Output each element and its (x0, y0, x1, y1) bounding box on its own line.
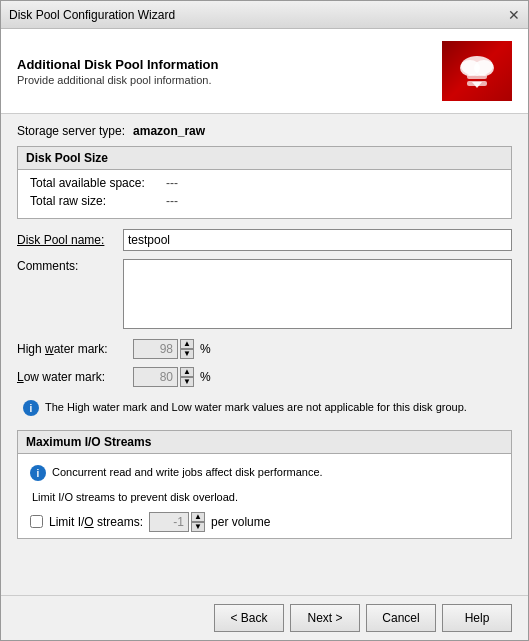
high-water-mark-up[interactable]: ▲ (180, 339, 194, 349)
header-subtitle: Provide additional disk pool information… (17, 74, 219, 86)
info-icon-watermark: i (23, 400, 39, 416)
back-button[interactable]: < Back (214, 604, 284, 632)
help-button[interactable]: Help (442, 604, 512, 632)
high-water-mark-buttons: ▲ ▼ (180, 339, 194, 359)
limit-io-down[interactable]: ▼ (191, 522, 205, 532)
title-bar: Disk Pool Configuration Wizard ✕ (1, 1, 528, 29)
disk-pool-name-input[interactable] (123, 229, 512, 251)
next-button[interactable]: Next > (290, 604, 360, 632)
storage-server-value: amazon_raw (133, 124, 205, 138)
comments-textarea[interactable] (123, 259, 512, 329)
low-water-mark-up[interactable]: ▲ (180, 367, 194, 377)
total-raw-label: Total raw size: (30, 194, 160, 208)
low-water-mark-spinner: ▲ ▼ (133, 367, 194, 387)
io-note1-row: i Concurrent read and write jobs affect … (30, 460, 499, 485)
disk-pool-name-label: Disk Pool name: (17, 233, 117, 247)
limit-io-label: Limit I/O streams: (49, 515, 143, 529)
total-available-value: --- (166, 176, 178, 190)
high-water-mark-unit: % (200, 342, 211, 356)
high-water-mark-down[interactable]: ▼ (180, 349, 194, 359)
total-available-label: Total available space: (30, 176, 160, 190)
header-banner: Additional Disk Pool Information Provide… (1, 29, 528, 114)
low-water-mark-unit: % (200, 370, 211, 384)
comments-label: Comments: (17, 259, 117, 273)
limit-io-checkbox[interactable] (30, 515, 43, 528)
disk-pool-name-row: Disk Pool name: (17, 229, 512, 251)
total-raw-value: --- (166, 194, 178, 208)
svg-rect-3 (467, 74, 487, 79)
low-water-mark-down[interactable]: ▼ (180, 377, 194, 387)
disk-pool-size-group: Disk Pool Size Total available space: --… (17, 146, 512, 219)
low-water-mark-input (133, 367, 178, 387)
server-cloud-icon (452, 46, 502, 96)
max-io-streams-group: Maximum I/O Streams i Concurrent read an… (17, 430, 512, 539)
disk-pool-size-content: Total available space: --- Total raw siz… (18, 170, 511, 218)
storage-server-label: Storage server type: (17, 124, 125, 138)
io-note2-text: Limit I/O streams to prevent disk overlo… (32, 491, 238, 503)
limit-io-buttons: ▲ ▼ (191, 512, 205, 532)
close-button[interactable]: ✕ (508, 8, 520, 22)
total-available-row: Total available space: --- (30, 176, 499, 190)
storage-server-row: Storage server type: amazon_raw (17, 124, 512, 138)
header-text: Additional Disk Pool Information Provide… (17, 57, 219, 86)
cancel-button[interactable]: Cancel (366, 604, 436, 632)
per-volume-label: per volume (211, 515, 270, 529)
high-water-mark-spinner: ▲ ▼ (133, 339, 194, 359)
limit-io-row: Limit I/O streams: ▲ ▼ per volume (30, 512, 499, 532)
high-water-mark-row: High water mark: ▲ ▼ % (17, 339, 512, 359)
total-raw-row: Total raw size: --- (30, 194, 499, 208)
info-icon-io: i (30, 465, 46, 481)
header-icon (442, 41, 512, 101)
low-water-mark-label: Low water mark: (17, 370, 127, 384)
max-io-streams-content: i Concurrent read and write jobs affect … (18, 454, 511, 538)
content-area: Storage server type: amazon_raw Disk Poo… (1, 114, 528, 595)
limit-io-up[interactable]: ▲ (191, 512, 205, 522)
limit-io-input (149, 512, 189, 532)
limit-io-spinner: ▲ ▼ (149, 512, 205, 532)
disk-pool-size-title: Disk Pool Size (18, 147, 511, 170)
high-water-mark-input (133, 339, 178, 359)
high-water-mark-label: High water mark: (17, 342, 127, 356)
comments-row: Comments: (17, 259, 512, 329)
low-water-mark-buttons: ▲ ▼ (180, 367, 194, 387)
io-note1-text: Concurrent read and write jobs affect di… (52, 464, 323, 481)
water-mark-note-text: The High water mark and Low water mark v… (45, 399, 467, 416)
water-mark-note: i The High water mark and Low water mark… (17, 395, 512, 420)
max-io-streams-title: Maximum I/O Streams (18, 431, 511, 454)
wizard-window: Disk Pool Configuration Wizard ✕ Additio… (0, 0, 529, 641)
header-title: Additional Disk Pool Information (17, 57, 219, 72)
svg-point-2 (474, 60, 494, 76)
footer: < Back Next > Cancel Help (1, 595, 528, 640)
window-title: Disk Pool Configuration Wizard (9, 8, 175, 22)
io-note2-row: Limit I/O streams to prevent disk overlo… (30, 489, 499, 506)
low-water-mark-row: Low water mark: ▲ ▼ % (17, 367, 512, 387)
